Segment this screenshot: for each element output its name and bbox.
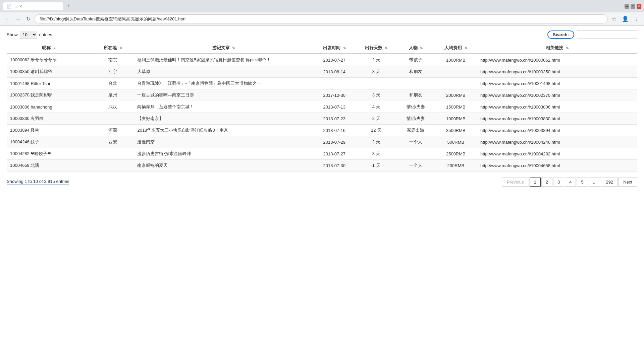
- cell-people: 家庭出游: [397, 125, 434, 136]
- cell-days: 8 天: [356, 66, 397, 78]
- cell-location: [92, 148, 134, 160]
- col-header-location[interactable]: 所在地 ⇅: [92, 42, 134, 54]
- table-row: 10003806,hahachong武汉两辆摩拜，逛遍整个南京城！2018-07…: [7, 101, 637, 113]
- title-bar: 📄 .. × + — □ ✕: [0, 0, 644, 12]
- cell-people: [397, 78, 434, 89]
- table-row: 10004282,❤哈饺子❤漫步历史古街•探索金陵峰味2018-07-273 天…: [7, 148, 637, 160]
- tab-title: ..: [14, 4, 17, 9]
- window-controls: — □ ✕: [625, 4, 641, 9]
- cell-nickname: 10002370,我是阿彬呀: [7, 89, 92, 101]
- maximize-button[interactable]: □: [631, 4, 635, 9]
- page-button-2[interactable]: 2: [541, 178, 552, 187]
- col-header-nickname[interactable]: 昵称 ▲: [7, 42, 92, 54]
- bookmark-icon[interactable]: ☆: [610, 14, 618, 23]
- cell-date: 2018-07-27: [313, 54, 356, 66]
- cell-date: 2018-07-23: [313, 113, 356, 125]
- cell-nickname: 10003830,火羽白: [7, 113, 92, 125]
- cell-people: 一个人: [397, 160, 434, 171]
- tab-close-button[interactable]: ×: [19, 4, 22, 9]
- forward-button[interactable]: →: [14, 15, 22, 23]
- table-row: 10004246,蚊子西安漫走南京2018-07-292 天一个人500RMBh…: [7, 136, 637, 148]
- col-article-label: 游记文章: [212, 45, 230, 50]
- table-row: 10002370,我是阿彬呀泉州一座古城的喃喃—南京三日游2017-12-303…: [7, 89, 637, 101]
- search-input[interactable]: [577, 30, 637, 39]
- sort-icon-cost: ⇅: [465, 46, 467, 50]
- sort-icon-link: ⇅: [566, 46, 569, 50]
- cell-date: 2018-07-13: [313, 101, 356, 113]
- page-content: Show 10 25 50 100 entries Search: 昵称 ▲ 所…: [0, 26, 644, 191]
- cell-date: [313, 78, 356, 89]
- new-tab-button[interactable]: +: [65, 2, 73, 10]
- cell-date: 2017-12-30: [313, 89, 356, 101]
- cell-people: 和朋友: [397, 66, 434, 78]
- cell-cost: 1000RMB: [435, 54, 477, 66]
- cell-days: 3 天: [356, 148, 397, 160]
- browser-tab[interactable]: 📄 .. ×: [3, 2, 63, 10]
- close-window-button[interactable]: ✕: [637, 4, 641, 9]
- cell-days: [356, 78, 397, 89]
- reload-button[interactable]: ↻: [25, 14, 32, 23]
- cell-people: 情侣/夫妻: [397, 113, 434, 125]
- back-button[interactable]: ←: [3, 15, 11, 23]
- cell-people: [397, 148, 434, 160]
- col-header-cost[interactable]: 人均费用 ⇅: [435, 42, 477, 54]
- menu-icon[interactable]: ⋮: [633, 14, 641, 23]
- sort-icon-nickname: ▲: [53, 46, 56, 50]
- col-header-people[interactable]: 人物 ⇅: [397, 42, 434, 54]
- cell-days: 2 天: [356, 54, 397, 66]
- cell-link: http://www.mafengwo.cn/i/10002370.html: [477, 89, 637, 101]
- next-button[interactable]: Next: [618, 178, 637, 187]
- cell-location: [92, 160, 134, 171]
- col-header-link[interactable]: 相关链接 ⇅: [477, 42, 637, 54]
- browser-actions: ☆ 👤 ⋮: [610, 14, 641, 23]
- cell-location: 南京: [92, 54, 134, 66]
- browser-chrome: 📄 .. × + — □ ✕ ← → ↻ ☆ 👤 ⋮: [0, 0, 644, 26]
- cell-link: http://www.mafengwo.cn/i/10004282.html: [477, 148, 637, 160]
- datatable-top-controls: Show 10 25 50 100 entries Search:: [7, 30, 637, 39]
- search-button[interactable]: Search:: [547, 30, 574, 39]
- page-button-1[interactable]: 1: [530, 178, 541, 187]
- cell-article: 【友好南京】: [134, 113, 313, 125]
- cell-location: 河源: [92, 125, 134, 136]
- data-table: 昵称 ▲ 所在地 ⇅ 游记文章 ⇅ 出发时间 ⇅ 出行天数 ⇅: [7, 42, 637, 171]
- cell-nickname: 10000350,请叫我锦爷: [7, 66, 92, 78]
- cell-nickname: 10004658,北璃: [7, 160, 92, 171]
- show-entries-control: Show 10 25 50 100 entries: [7, 31, 52, 39]
- cell-days: 2 天: [356, 113, 397, 125]
- previous-button[interactable]: Previous: [502, 178, 529, 187]
- tab-icon: 📄: [7, 4, 12, 9]
- cell-link: http://www.mafengwo.cn/i/10003830.html: [477, 113, 637, 125]
- cell-date: 2018-08-14: [313, 66, 356, 78]
- cell-cost: [435, 78, 477, 89]
- profile-icon[interactable]: 👤: [621, 14, 630, 23]
- cell-date: 2018-07-16: [313, 125, 356, 136]
- cell-article: 台青遊玩陸》「江蘇省」-「南京博物院」為中國三大博物館之一: [134, 78, 313, 89]
- cell-location: [92, 113, 134, 125]
- table-info: Showing 1 to 10 of 2,915 entries: [7, 179, 69, 185]
- cell-link: http://www.mafengwo.cn/i/10000350.html: [477, 66, 637, 78]
- cell-days: 4 天: [356, 101, 397, 113]
- url-bar[interactable]: [35, 14, 608, 23]
- cell-location: 台北: [92, 78, 134, 89]
- cell-people: 一个人: [397, 136, 434, 148]
- cell-location: 武汉: [92, 101, 134, 113]
- minimize-button[interactable]: —: [625, 4, 629, 9]
- page-button-292[interactable]: 292: [602, 178, 618, 187]
- col-header-date[interactable]: 出发时间 ⇅: [313, 42, 356, 54]
- col-header-days[interactable]: 出行天数 ⇅: [356, 42, 397, 54]
- cell-cost: 200RMB: [435, 160, 477, 171]
- page-button-3[interactable]: 3: [553, 178, 564, 187]
- page-button-ellipsis: ...: [589, 178, 601, 187]
- datatable-bottom-controls: Showing 1 to 10 of 2,915 entries Previou…: [7, 176, 637, 187]
- page-button-4[interactable]: 4: [565, 178, 576, 187]
- cell-days: 2 天: [356, 136, 397, 148]
- col-date-label: 出发时间: [323, 45, 340, 50]
- show-label: Show: [7, 32, 18, 37]
- cell-article: 福利三伏泡汤最佳时！南京这5家温泉民宿夏日超值套餐 你pick哪个！: [134, 54, 313, 66]
- entries-select[interactable]: 10 25 50 100: [20, 31, 37, 39]
- cell-article: 南京蝉鸣的夏天: [134, 160, 313, 171]
- cell-cost: 2500RMB: [435, 148, 477, 160]
- col-header-article[interactable]: 游记文章 ⇅: [134, 42, 313, 54]
- cell-link: http://www.mafengwo.cn/i/10000062.html: [477, 54, 637, 66]
- page-button-5[interactable]: 5: [577, 178, 588, 187]
